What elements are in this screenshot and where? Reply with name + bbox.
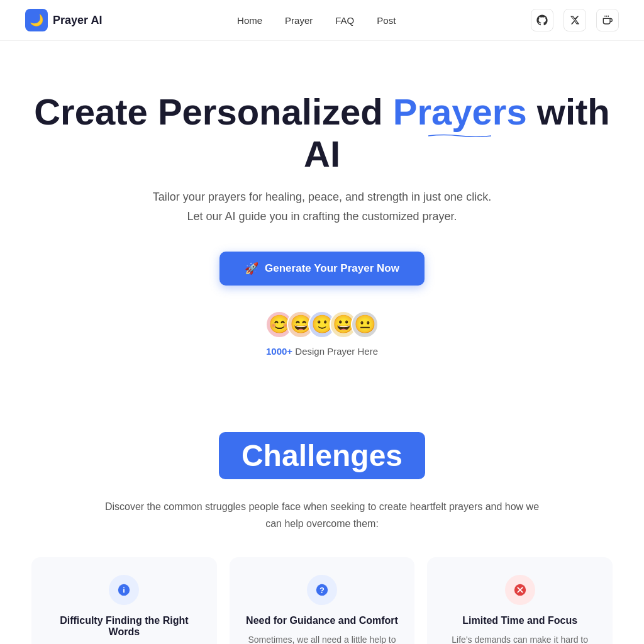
nav-faq[interactable]: FAQ	[335, 15, 354, 26]
x-twitter-icon	[570, 15, 580, 25]
nav-links: Home Prayer FAQ Post	[237, 15, 396, 26]
coffee-icon	[602, 15, 613, 25]
challenges-section: Challenges Discover the common struggles…	[0, 419, 644, 644]
user-count: 1000+ Design Prayer Here	[13, 346, 631, 357]
moon-icon: 🌙	[30, 13, 43, 27]
nav-icon-group	[531, 9, 619, 31]
card-3-text: Life's demands can make it hard to	[442, 633, 597, 644]
challenges-badge: Challenges	[219, 432, 425, 479]
card-2-text: Sometimes, we all need a little help to	[245, 633, 400, 644]
close-circle-icon	[505, 575, 535, 605]
logo-icon: 🌙	[25, 9, 48, 31]
subtext-line1: Tailor your prayers for healing, peace, …	[153, 191, 491, 203]
github-button[interactable]	[531, 9, 553, 31]
challenge-card-time: Limited Time and Focus Life's demands ca…	[427, 557, 613, 644]
card-2-title: Need for Guidance and Comfort	[245, 615, 400, 626]
info-icon	[109, 575, 139, 605]
navbar: 🌙 Prayer AI Home Prayer FAQ Post	[0, 0, 644, 41]
challenges-description: Discover the common struggles people fac…	[102, 498, 542, 532]
cta-label: Generate Your Prayer Now	[265, 262, 399, 275]
svg-text:?: ?	[319, 586, 325, 595]
card-3-title: Limited Time and Focus	[442, 615, 597, 626]
challenge-card-guidance: ? Need for Guidance and Comfort Sometime…	[230, 557, 415, 644]
x-twitter-button[interactable]	[564, 9, 586, 31]
nav-post[interactable]: Post	[377, 15, 396, 26]
avatars-row: 😊 😄 🙂 😀 😐	[13, 311, 631, 338]
challenge-cards: Difficulty Finding the Right Words When …	[13, 557, 631, 644]
nav-home[interactable]: Home	[237, 15, 262, 26]
headline-highlight: Prayers	[393, 91, 527, 133]
logo-link[interactable]: 🌙 Prayer AI	[25, 9, 102, 31]
coffee-button[interactable]	[596, 9, 619, 31]
generate-prayer-button[interactable]: 🚀 Generate Your Prayer Now	[219, 252, 425, 286]
user-count-text: Design Prayer Here	[292, 346, 378, 357]
card-1-title: Difficulty Finding the Right Words	[47, 615, 202, 638]
subtext-line2: Let our AI guide you in crafting the cus…	[187, 210, 457, 223]
headline-part1: Create Personalized	[34, 91, 393, 132]
hero-headline: Create Personalized Prayers with AI	[13, 91, 631, 175]
github-icon	[536, 14, 548, 26]
question-icon: ?	[307, 575, 337, 605]
hero-subtext: Tailor your prayers for healing, peace, …	[13, 187, 631, 226]
avatar-5: 😐	[351, 311, 379, 338]
challenge-card-words: Difficulty Finding the Right Words When …	[31, 557, 217, 644]
user-count-bold: 1000+	[266, 346, 292, 357]
nav-prayer[interactable]: Prayer	[285, 15, 313, 26]
logo-text: Prayer AI	[53, 14, 102, 27]
hero-section: Create Personalized Prayers with AI Tail…	[0, 41, 644, 419]
rocket-icon: 🚀	[245, 262, 258, 275]
